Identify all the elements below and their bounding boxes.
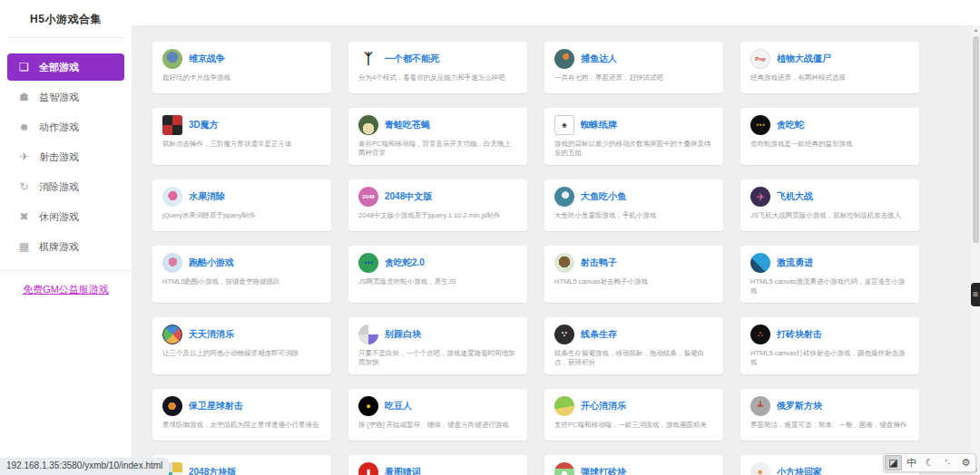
scrollbar-up-arrow[interactable]: ▲ xyxy=(972,25,980,34)
happy-match-icon xyxy=(554,396,574,416)
sidebar-item-action-games[interactable]: ☻ 动作游戏 xyxy=(7,113,124,141)
line-survival-icon: ∵ xyxy=(554,325,574,344)
game-title-link[interactable]: 青蛙吃苍蝇 xyxy=(385,119,430,131)
sidebar-item-board-games[interactable]: ▦ 棋牌游戏 xyxy=(7,233,124,260)
edge-floating-button[interactable]: ⊞ xyxy=(971,283,980,306)
game-card[interactable]: 2048方块版 xyxy=(152,455,331,475)
game-card[interactable]: 弹球打砖块 xyxy=(544,455,723,475)
game-title-link[interactable]: 2048中文版 xyxy=(385,190,432,203)
game-description: HTML5 canvas激流勇进小游戏代码，迷宫逃生小游戏 xyxy=(750,277,909,296)
game-card[interactable]: 射击鸭子 HTML5 canvas射击鸭子小游戏 xyxy=(544,246,723,303)
game-card[interactable]: ⋯ 贪吃蛇 贪吃蛇游戏是一款经典的益智游戏 xyxy=(740,108,919,165)
game-title-link[interactable]: 吃豆人 xyxy=(385,400,412,412)
animals-match-icon xyxy=(162,325,182,344)
sidebar-item-label: 棋牌游戏 xyxy=(39,240,79,254)
game-card[interactable]: ∵ 线条生存 线条生存躲避游戏，移动鼠标，拖动线条，躲避白点，获得积分 xyxy=(544,317,723,374)
game-title-link[interactable]: 弹球打砖块 xyxy=(581,466,626,475)
game-title-link[interactable]: 保卫星球射击 xyxy=(189,400,243,412)
snake2-icon: ⋯ xyxy=(358,253,378,273)
ime-moon-icon[interactable]: ☾ xyxy=(921,455,938,470)
game-title-link[interactable]: 开心消消乐 xyxy=(581,400,626,412)
match-games-icon: ↻ xyxy=(17,181,31,192)
game-description: 鼠标点击操作，三阶魔方形状通常是正方体 xyxy=(162,140,321,149)
sidebar-item-all-games[interactable]: ❏ 全部游戏 xyxy=(7,53,124,81)
game-title-link[interactable]: 贪吃蛇 xyxy=(777,119,804,131)
game-description: HTML5跑酷小游戏，按键盘空格键跳跃 xyxy=(162,277,321,286)
fruit-popsicle-icon xyxy=(162,187,182,207)
game-title-link[interactable]: 贪吃蛇2.0 xyxy=(385,257,425,269)
game-description: 大鱼吃小鱼冒险游戏，手机小游戏 xyxy=(554,211,713,220)
game-card[interactable]: 水果消除 jQuery水果消除基于jquery制作 xyxy=(152,179,331,231)
game-title-link[interactable]: 线条生存 xyxy=(581,328,617,341)
game-title-link[interactable]: 植物大战僵尸 xyxy=(777,53,831,65)
game-title-link[interactable]: 一个都不能死 xyxy=(385,53,439,65)
game-card[interactable]: 跑酷小游戏 HTML5跑酷小游戏，按键盘空格键跳跃 xyxy=(152,246,331,303)
game-title-link[interactable]: 水果消除 xyxy=(189,190,225,203)
game-title-link[interactable]: 维京战争 xyxy=(189,53,225,65)
game-card[interactable]: 2048 2048中文版 2048中文版小游戏基于jquery.1.10.2.m… xyxy=(348,179,527,231)
game-card[interactable]: ♠ 蜘蛛纸牌 游戏的目标以最少的移动次数将牌面中的十叠牌及待发的五组 xyxy=(544,108,723,165)
stickman-runner-icon: ᛉ xyxy=(358,49,378,69)
game-card[interactable]: ▮ 看图猜词 xyxy=(348,455,527,475)
game-title-link[interactable]: 蜘蛛纸牌 xyxy=(581,119,617,131)
sidebar-item-casual-games[interactable]: ✖ 休闲游戏 xyxy=(7,203,124,230)
scrollbar-thumb[interactable] xyxy=(973,36,979,243)
pinball-icon xyxy=(554,462,574,475)
puzzle-games-icon: ☗ xyxy=(17,92,31,102)
game-description: 2048中文版小游戏基于jquery.1.10.2.min.js制作 xyxy=(358,211,517,220)
game-card[interactable]: Pop 植物大战僵尸 经典游戏还原，有两种模式选择 xyxy=(740,42,919,93)
game-card[interactable]: ᛉ 一个都不能死 分为4个模式，看看你的反应能力和手速怎么样吧 xyxy=(348,42,527,93)
game-description: jQuery水果消除基于jquery制作 xyxy=(162,211,321,220)
board-games-icon: ▦ xyxy=(17,241,31,252)
game-description: HTML5 canvas打砖块射击小游戏，颜色爆炸射击游戏 xyxy=(750,349,909,367)
ime-fullwidth-icon[interactable]: 中 xyxy=(903,455,920,470)
sidebar-item-shooting-games[interactable]: ✈ 射击游戏 xyxy=(7,143,124,170)
game-card[interactable]: 捕鱼达人 一共有七档，界面还原，赶快试试吧 xyxy=(544,42,723,93)
sidebar-item-puzzle-games[interactable]: ☗ 益智游戏 xyxy=(7,83,124,111)
vertical-scrollbar[interactable]: ▲ ▼ xyxy=(972,25,980,475)
game-description: 只要不是白块，一个个点吧，游戏速度随着时间增加而加快 xyxy=(358,349,517,367)
game-card[interactable]: ● 吃豆人 按 [空格] 开始或暂停、继续，键盘方向键进行游戏 xyxy=(348,389,527,441)
game-card[interactable]: 天天消消乐 让三个及以上的同色小动物横竖相连即可消除 xyxy=(152,317,331,374)
sidebar-item-label: 全部游戏 xyxy=(39,61,79,74)
pacman-icon: ● xyxy=(358,396,378,416)
game-card[interactable]: ┻ 俄罗斯方块 界面简洁，难度可选：简单、一般、困难，键盘操作 xyxy=(740,389,919,441)
game-card[interactable]: 激流勇进 HTML5 canvas激流勇进小游戏代码，迷宫逃生小游戏 xyxy=(740,246,919,303)
game-card[interactable]: 保卫星球射击 星球防御游戏，太空战机为阻止星球遭遇小行星撞击 xyxy=(152,389,331,441)
game-title-link[interactable]: 大鱼吃小鱼 xyxy=(581,190,626,203)
game-title-link[interactable]: 跑酷小游戏 xyxy=(189,257,234,269)
game-description: 让三个及以上的同色小动物横竖相连即可消除 xyxy=(162,349,321,358)
game-title-link[interactable]: 激流勇进 xyxy=(777,257,813,269)
game-card[interactable]: 青蛙吃苍蝇 兼容PC端和移动端，背景音乐开关功能，白天晚上两种背景 xyxy=(348,108,527,165)
game-card[interactable]: ✈ 飞机大战 JS飞机大战网页版小游戏，鼠标控制战机攻击敌人 xyxy=(740,179,919,231)
game-title-link[interactable]: 打砖块射击 xyxy=(777,328,822,341)
rapids-icon xyxy=(750,253,770,273)
app-title: H5小游戏合集 xyxy=(0,0,132,37)
game-title-link[interactable]: 3D魔方 xyxy=(189,119,219,131)
sidebar-item-label: 动作游戏 xyxy=(39,121,79,134)
game-card[interactable]: ⋯ 贪吃蛇2.0 JS网页版贪吃蛇小游戏，原生JS xyxy=(348,246,527,303)
game-title-link[interactable]: 看图猜词 xyxy=(385,466,421,475)
game-title-link[interactable]: 2048方块版 xyxy=(189,466,236,475)
2048-icon: 2048 xyxy=(358,187,378,207)
ime-punctuation-icon[interactable]: ’· xyxy=(939,455,956,470)
game-title-link[interactable]: 飞机大战 xyxy=(777,190,813,203)
game-card[interactable]: ∴ 打砖块射击 HTML5 canvas打砖块射击小游戏，颜色爆炸射击游戏 xyxy=(740,317,919,374)
game-title-link[interactable]: 捕鱼达人 xyxy=(581,53,617,65)
game-card[interactable]: 3D魔方 鼠标点击操作，三阶魔方形状通常是正方体 xyxy=(152,108,331,165)
game-title-link[interactable]: 小方块回家 xyxy=(777,466,822,475)
ime-input-method-icon[interactable]: ◪ xyxy=(885,455,902,470)
game-card[interactable]: 别踩白块 只要不是白块，一个个点吧，游戏速度随着时间增加而加快 xyxy=(348,317,527,374)
game-card[interactable]: 开心消消乐 支持PC端和移动端，一款三消游戏，游戏画面精美 xyxy=(544,389,723,441)
ime-settings-gear-icon[interactable]: ⚙ xyxy=(957,455,975,470)
game-title-link[interactable]: 射击鸭子 xyxy=(581,257,617,269)
game-title-link[interactable]: 别踩白块 xyxy=(385,328,421,341)
game-title-link[interactable]: 俄罗斯方块 xyxy=(777,400,822,412)
game-card[interactable]: 维京战争 超好玩的卡片战争游戏 xyxy=(152,42,331,93)
gm-free-server-link[interactable]: 免费GM公益服游戏 xyxy=(0,283,132,296)
game-card[interactable]: 大鱼吃小鱼 大鱼吃小鱼冒险游戏，手机小游戏 xyxy=(544,179,723,231)
ime-toolbar: ◪中☾’·⚙ xyxy=(883,453,976,472)
game-title-link[interactable]: 天天消消乐 xyxy=(189,328,234,341)
sidebar-item-match-games[interactable]: ↻ 消除游戏 xyxy=(7,173,124,200)
game-description: 线条生存躲避游戏，移动鼠标，拖动线条，躲避白点，获得积分 xyxy=(554,349,713,367)
